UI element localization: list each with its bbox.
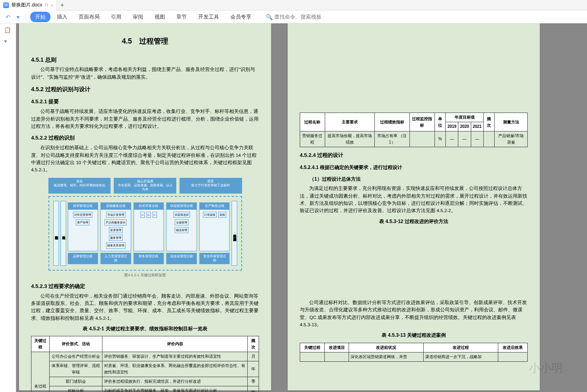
- td: 对标分析: [49, 386, 102, 392]
- tab-devtools[interactable]: 开发工具: [193, 12, 224, 22]
- th: 关键过程: [300, 343, 325, 352]
- th: 改进前状况: [349, 343, 424, 352]
- td: 市场占有率 （注1）: [374, 131, 409, 147]
- th: 频次: [248, 336, 259, 352]
- th: 测量方法: [495, 113, 528, 131]
- table-4513: 关键过程 改进项目 改进前状况 改进过程 改进后效果 深化各区域营销渠道网络，并…: [300, 343, 528, 362]
- td: [300, 352, 325, 361]
- diagram-box-mission: 使命推进建筑、城市、内外环境的绿色化: [48, 178, 111, 194]
- para: 为满足过程的主要要求，充分利用现有资源，实现快速反应和可持续发展，公司按照过程设…: [300, 185, 528, 215]
- td: 提高市场份额，提高市场绩效: [325, 131, 374, 147]
- document-area: 📋 ▾ 4.5 过程管理 4.5.1 总则 公司基于行业特点和战略要求，考虑各相…: [0, 23, 587, 392]
- heading-4524: 4.5.2.4 过程的设计: [300, 151, 528, 160]
- tab-filename: 替换图片.docx: [11, 2, 42, 8]
- ribbon: ↶ ▾ 开始 插入 页面布局 引用 审阅 视图 章节 开发工具 会员专享 🔍: [0, 10, 587, 23]
- diagram-card: 投资管理过程对外投资管理资产管理: [68, 202, 98, 251]
- heading-45241: 4.5.2.4.1 根据已确定的关键要求，进行过程设计: [300, 164, 528, 171]
- diagram-card: 营销服务过程市场开发管理产品和服务提供渠道管理服务管理顾客关系管理: [100, 202, 131, 251]
- diagram-card: 技术开发过程▷▷▷: [134, 202, 164, 251]
- tab-review[interactable]: 审阅: [128, 12, 148, 22]
- page-title: 4.5 过程管理: [31, 35, 259, 47]
- tab-layout[interactable]: 页面布局: [74, 12, 104, 22]
- td: [483, 131, 495, 147]
- diagram-box-values: 核心价值观争在里面、品质卓越、创新发展、以人为本: [114, 178, 176, 194]
- tab-start[interactable]: 开始: [30, 12, 50, 22]
- search-input[interactable]: [274, 14, 335, 20]
- th: 2019: [446, 122, 458, 131]
- td: %: [435, 131, 446, 147]
- page-1: 4.5 过程管理 4.5.1 总则 公司基于行业特点和战略要求，考虑各相关方利益…: [19, 23, 271, 390]
- diagram-caption: 图4.5.2-1 关键过程框架图: [48, 272, 242, 278]
- heading-4522: 4.5.2.2 过程的识别: [31, 134, 259, 142]
- heading-4521: 4.5.2.1 提要: [31, 98, 259, 106]
- th: 主要要求: [325, 113, 374, 131]
- td: 随时: [248, 386, 259, 392]
- undo-button[interactable]: ↶: [4, 13, 12, 21]
- clipboard-icon[interactable]: 📋: [4, 27, 12, 35]
- td: [324, 352, 349, 361]
- diagram-left-label: 顾客及相关方需求和期望: [53, 201, 59, 266]
- table-caption: 表 4.5.3-13 关键过程改进案例: [300, 332, 528, 339]
- td: 季: [248, 377, 259, 386]
- close-icon[interactable]: ×: [51, 3, 53, 8]
- process-diagram: 使命推进建筑、城市、内外环境的绿色化 核心价值观争在里面、品质卓越、创新发展、以…: [48, 178, 242, 278]
- diagram-box: 信息化管理过程: [166, 253, 197, 265]
- page-2: 过程名称 主要要求 过程绩效指标 过程监控指标 单位 年度目标值 频次 测量方法…: [288, 23, 540, 390]
- document-tab[interactable]: W 替换图片.docx ⊓ ×: [0, 0, 57, 10]
- left-gutter: 📋 ▾: [0, 23, 16, 392]
- th: 改进过程: [424, 343, 498, 352]
- search-icon: 🔍: [266, 14, 273, 20]
- para: 公司基于战略可持续发展、适应市场变化的快速反应考虑，收集行业、竞争对手、标杆等相…: [31, 108, 259, 130]
- td: [498, 352, 527, 361]
- table-4521: 关键过程 评价形式、活动 评价内容 频次 各过程公司办公会生产经营分析会评价营销…: [31, 336, 259, 392]
- th: 改进后效果: [498, 343, 527, 352]
- th: 关键过程: [31, 336, 50, 352]
- td: 深化各区域营销渠道网络，并营: [349, 352, 424, 361]
- td: 月: [248, 352, 259, 361]
- td: 评价各过程绩效执行、指标完成情况，并进行分析改进: [102, 377, 248, 386]
- add-tab-button[interactable]: +: [57, 0, 67, 10]
- tab-member[interactable]: 会员专享: [226, 12, 256, 22]
- dropdown-icon[interactable]: ▾: [4, 38, 12, 46]
- word-icon: W: [3, 2, 9, 8]
- th: 2021: [471, 122, 483, 131]
- table-caption: 表 4.5.3-12 过程改进的评价方法: [300, 218, 528, 225]
- heading-4523: 4.5.2.3 过程要求的确定: [31, 282, 259, 291]
- diagram-left-label2: 内外部环境变化: [61, 201, 66, 266]
- search-box: 🔍: [266, 14, 335, 20]
- th: 过程监控指标: [409, 113, 435, 131]
- tab-view[interactable]: 视图: [150, 12, 170, 22]
- diagram-right-label: 实现战略目标，满足并超越顾客及相关方期望: [232, 201, 237, 266]
- th: 2020: [458, 122, 471, 131]
- para: 公司在生产经营过程中，相关业务部门通过经销商年会、顾客走访、内部座谈、外部会议、…: [31, 292, 259, 322]
- diagram-box-vision: 愿景致力于打造世界级工业标杆: [180, 178, 242, 194]
- diagram-box: 财务管理过程: [134, 253, 164, 265]
- diagram-box: 安全环保管理过程: [199, 253, 230, 265]
- td: 对质量、环境、职业健康安全体系、两化融合所覆盖的全部过程评价符合性、有效性和适宜…: [102, 361, 248, 377]
- td: 产品销量/市场容量: [495, 131, 528, 147]
- pin-icon[interactable]: ⊓: [45, 2, 48, 8]
- th: 改进项目: [324, 343, 349, 352]
- td: 营销服务过程: [300, 131, 325, 147]
- tab-insert[interactable]: 插入: [52, 12, 72, 22]
- td: 各过程: [31, 352, 50, 392]
- redo-dropdown[interactable]: ▾: [14, 13, 22, 21]
- th: 年度目标值: [446, 113, 484, 122]
- td: 体系审核、管理评审、流程审核: [49, 361, 102, 377]
- td: 部门述职会: [49, 377, 102, 386]
- tab-chapter[interactable]: 章节: [171, 12, 192, 22]
- table-caption: 表 4.5.2-1 关键过程主要要求、绩效指标和控制目标一览表: [31, 325, 259, 333]
- td: 与标杆或竞争对手在营销服务、研发、质量等方面进行对比分析: [102, 386, 248, 392]
- th: 评价形式、活动: [49, 336, 102, 352]
- watermark: 小小明: [529, 361, 563, 376]
- td: 年: [248, 361, 259, 377]
- td: 公司办公会生产经营分析会: [49, 352, 102, 361]
- table-metrics: 过程名称 主要要求 过程绩效指标 过程监控指标 单位 年度目标值 频次 测量方法…: [300, 113, 528, 147]
- tab-reference[interactable]: 引用: [106, 12, 126, 22]
- heading-451: 4.5.1 总则: [31, 55, 259, 64]
- th: 频次: [483, 113, 495, 131]
- para: 公司通过标杆对比、数据统计分析等方式进行改进效果评估，采取政策引导、创新成果评审…: [300, 299, 528, 329]
- td: 评价营销服务、研发设计、生产制造等主要过程的有效性和适宜性: [102, 352, 248, 361]
- para: 公司基于行业特点和战略要求，考虑各相关方利益，围绕主要产品、服务及经营全过程，进…: [31, 66, 259, 81]
- th: 过程绩效指标: [374, 113, 409, 131]
